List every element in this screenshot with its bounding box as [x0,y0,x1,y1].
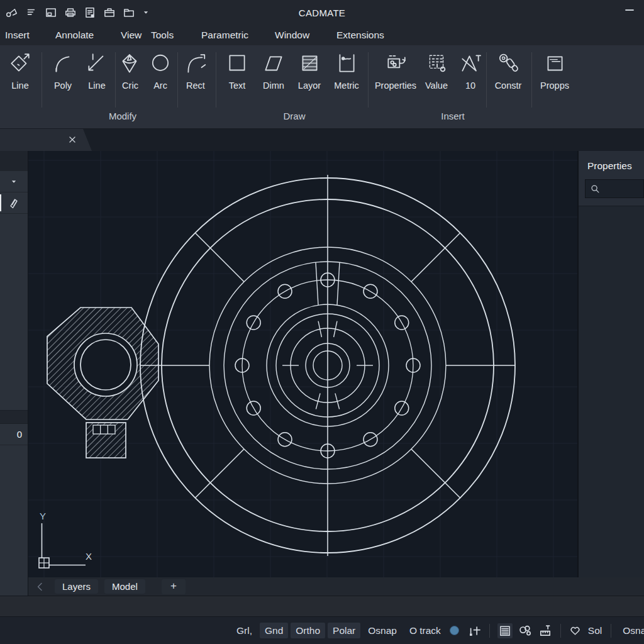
snap-marker-icon[interactable] [467,623,482,638]
status-toggle-polar[interactable]: Polar [328,623,360,638]
dyn-circles-icon[interactable] [518,623,533,638]
properties-icon [384,50,408,79]
ribbon-button-label: 10 [465,80,475,91]
layout-tab-model[interactable]: Model [104,579,145,594]
menu-item-parametric[interactable]: Parametric [201,27,248,43]
menu-item-window[interactable]: Window [275,27,309,43]
ribbon-button-label: Rect [186,80,205,91]
minimize-button[interactable] [621,4,638,16]
layers-icon [297,50,321,79]
properties-panel-title: Properties [579,151,644,179]
ribbon-button-properties[interactable]: Properties [371,50,420,91]
add-layout-button[interactable]: + [162,579,186,594]
menu-item-annolate[interactable]: Annolate [55,27,94,43]
ribbon-button-label: Line [88,80,105,91]
menu-bar: InsertAnnolateViewToolsParametricWindowE… [0,25,644,45]
ribbon-button-label: Cric [122,80,138,91]
ribbon-button-cric[interactable]: Cric [116,50,145,91]
status-toggle-osnap[interactable]: Osnap [363,623,402,638]
ribbon-button-value[interactable]: Value [421,50,452,91]
ribbon-button-arc[interactable]: Arc [147,50,174,91]
ribbon-button-label: Layor [298,80,321,91]
ribbon-separator [486,52,487,108]
menu-item-view[interactable]: View [121,27,142,43]
diamond-arrow-icon [8,50,32,79]
properties-search-input[interactable] [601,184,638,194]
ribbon-separator [368,52,369,108]
ribbon-button-metric[interactable]: Metric [329,50,364,91]
ribbon-button-constr[interactable]: Constr [489,50,528,91]
ribbon-separator [177,52,178,108]
chevron-down-icon [9,177,18,186]
status-toggle-gnd[interactable]: Gnd [260,623,288,638]
svg-text:Y: Y [40,511,46,521]
layout-tab-bar: LayersModel + [0,577,644,596]
chevron-left-icon[interactable] [32,580,48,593]
status-bar: Grl,GndOrthoPolarOsnapO track Sol Osnap … [0,616,644,644]
document-tab[interactable] [0,129,92,151]
ribbon-separator [42,52,42,108]
line-icon [85,50,109,79]
ribbon-button-text[interactable]: Text [223,50,252,91]
drawing-canvas[interactable]: YX [28,151,577,577]
properties-panel: Properties [577,151,644,577]
sidebar-spacer [0,214,28,410]
close-tab-icon[interactable] [67,134,78,145]
ribbon-button-layor[interactable]: Layor [293,50,326,91]
status-toggle-grl[interactable]: Grl, [231,623,257,638]
sidebar-dim-row [0,410,28,424]
menu-item-insert[interactable]: Insert [5,27,30,43]
sidebar-value-cell[interactable]: 0 [0,424,28,445]
properties-search-box[interactable] [585,179,644,198]
ribbon-button-label: Poly [54,80,72,91]
fillet-icon [184,50,208,79]
status-toggle-ortho[interactable]: Ortho [291,623,325,638]
menu-item-extensions[interactable]: Extensions [336,27,384,43]
ribbon-button-line[interactable]: Line [82,50,111,91]
ribbon-separator [216,52,216,108]
svg-text:X: X [86,551,92,562]
properties-panel-body [579,206,644,577]
status-divider [560,624,561,638]
status-divider [489,624,490,638]
tab-bar-side-block [0,577,28,596]
ribbon-button-label: Propps [540,80,569,91]
magnifier-icon [589,183,601,194]
status-right-label[interactable]: Osnap Z_iwh [616,625,644,636]
group-label-insert: Insert [441,111,465,121]
sidebar-hatch-tool[interactable] [0,192,28,214]
sidebar-dropdown[interactable] [0,171,28,192]
document-tab-strip [0,129,644,151]
sidebar-lower [0,445,28,577]
ribbon-group-labels: Modify Draw Insert [0,111,644,123]
ribbon-button-propps[interactable]: Propps [536,50,574,91]
ribbon-button-label: Line [11,80,28,91]
kite-icon [118,50,142,79]
command-strip[interactable] [0,596,644,616]
left-toolbar: 0 [0,151,28,577]
ribbon-button-dimn[interactable]: Dimn [258,50,289,91]
heart-icon [569,624,582,637]
ribbon-button-rect[interactable]: Rect [179,50,212,91]
group-label-draw: Draw [283,111,305,121]
scale-icon[interactable] [538,623,553,638]
circle-icon [148,50,172,79]
ribbon-button-10[interactable]: 10 [458,50,482,91]
status-toggle-otrack[interactable]: O track [404,623,446,638]
status-divider [611,624,611,638]
selection-indicator [0,194,1,211]
layout-tab-layers[interactable]: Layers [55,579,98,594]
ribbon-button-label: Value [425,80,448,91]
ribbon-separator [531,52,532,108]
sol-toggle[interactable]: Sol [566,624,602,637]
ribbon-button-label: Arc [153,80,167,91]
square-icon [225,50,249,79]
menu-item-tools[interactable]: Tools [151,27,174,43]
parallelogram-icon [262,50,286,79]
ribbon-button-label: Dimn [263,80,284,91]
track-indicator-dot[interactable] [450,626,459,635]
ribbon-button-line[interactable]: Line [3,50,38,91]
peaks-icon [458,50,482,79]
list-box-icon[interactable] [497,623,513,638]
ribbon-button-poly[interactable]: Poly [48,50,77,91]
